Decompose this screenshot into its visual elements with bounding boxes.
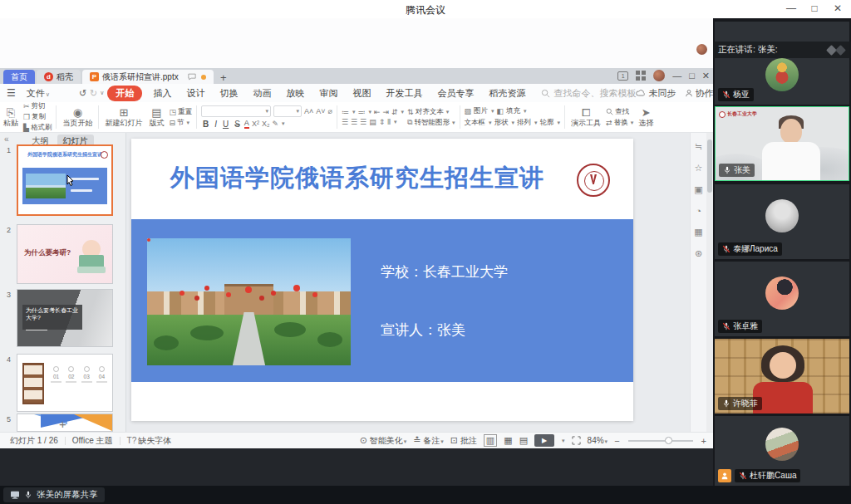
menu-design[interactable]: 设计 [179, 87, 212, 100]
account-avatar[interactable] [653, 70, 665, 81]
reset-button[interactable]: ◳重置 [169, 107, 192, 117]
layout-button[interactable]: ▤版式 [145, 107, 167, 128]
close-icon[interactable]: ✕ [826, 0, 849, 18]
menu-slideshow[interactable]: 放映 [278, 87, 312, 100]
command-search[interactable]: 查找命令、搜索模板 [541, 87, 636, 100]
slide-presenter-line[interactable]: 宣讲人：张美 [381, 321, 465, 340]
maximize-icon[interactable]: □ [803, 0, 826, 18]
wps-restore-icon[interactable]: □ [689, 71, 695, 81]
arrange-button[interactable]: 排列 [517, 118, 531, 128]
menu-review[interactable]: 审阅 [312, 87, 345, 100]
single-window-icon[interactable]: 1 [617, 71, 628, 81]
effects-icon[interactable]: ☆ [695, 163, 703, 174]
notes-button[interactable]: ≛ 备注▾ [413, 435, 444, 447]
replace-button[interactable]: ⇄替换▾ [606, 118, 633, 128]
participant-tile[interactable]: 长春工业大学 张美 [715, 106, 849, 181]
menu-transition[interactable]: 切换 [212, 87, 245, 100]
underline-button[interactable]: U [223, 120, 229, 129]
outdent-icon[interactable]: ⇤ [374, 108, 381, 116]
window-grid-icon[interactable] [636, 71, 646, 81]
present-tools-button[interactable]: ⧠演示工具 [568, 107, 604, 128]
smartart-button[interactable]: ⧉转智能图形▾ [407, 118, 455, 128]
slide-canvas[interactable]: 外国语学院俄语系研究生招生宣讲 [127, 133, 690, 432]
menu-animation[interactable]: 动画 [245, 87, 278, 100]
shapes-button[interactable]: 形状 [494, 118, 509, 128]
reading-view-icon[interactable]: ▤ [519, 435, 528, 446]
play-from-current-button[interactable]: ◉当页开始 [59, 107, 96, 128]
cut-button[interactable]: ✂剪切 [23, 102, 52, 111]
redo-icon[interactable]: ↻ [90, 88, 97, 99]
columns-icon[interactable]: ⫴ [387, 118, 391, 127]
zoom-slider[interactable] [628, 440, 693, 442]
clear-format-icon[interactable]: ⌀ [327, 107, 332, 115]
font-size-combo[interactable]: ▾ [273, 105, 302, 117]
text-effect-icon[interactable]: ✎ [272, 120, 278, 128]
menu-docer-res[interactable]: 稻壳资源 [481, 87, 533, 100]
font-family-combo[interactable]: ▾ [201, 105, 271, 117]
shrink-font-icon[interactable]: A˅ [316, 107, 325, 115]
menu-member[interactable]: 会员专享 [430, 87, 481, 100]
zoom-out-icon[interactable]: − [614, 436, 619, 446]
chevron-down-icon[interactable]: ∨ [100, 90, 104, 96]
tab-docer[interactable]: d 稻壳 [37, 70, 81, 84]
strike-button[interactable]: S [234, 120, 240, 129]
line-spacing-icon[interactable]: ⇕ [379, 118, 386, 126]
copy-button[interactable]: ❐复制 [23, 112, 52, 122]
properties-icon[interactable]: ≒ [695, 141, 702, 152]
participant-tile[interactable]: 张卓雅 [715, 262, 849, 336]
zoom-level[interactable]: 84%▾ [588, 436, 608, 445]
missing-font-label[interactable]: 缺失字体 [138, 435, 171, 447]
vertical-scrollbar[interactable] [706, 133, 713, 432]
slide-school-line[interactable]: 学校：长春工业大学 [381, 262, 508, 281]
participant-tile[interactable]: 杨亚 [715, 22, 849, 105]
grow-font-icon[interactable]: A˄ [304, 107, 313, 115]
slide-blue-box[interactable]: 学校：长春工业大学 宣讲人：张美 [131, 219, 633, 382]
sync-status[interactable]: 未同步 [636, 87, 676, 100]
scrollbar-thumb[interactable] [707, 139, 712, 193]
beautify-button[interactable]: ⊙ 智能美化▾ [360, 435, 407, 447]
minimize-icon[interactable]: — [780, 0, 803, 18]
slide-thumbnail-2[interactable]: 为什么要考研? [17, 224, 113, 284]
fit-window-icon[interactable] [572, 436, 581, 445]
slide-thumbnail-4[interactable]: 01 02 03 04 [17, 354, 113, 412]
undo-icon[interactable]: ↺ [79, 88, 86, 99]
new-tab-button[interactable]: + [220, 71, 227, 84]
menu-insert[interactable]: 插入 [145, 87, 179, 100]
textbox-button[interactable]: 文本框 [465, 118, 486, 128]
zoom-slider-knob[interactable] [665, 437, 672, 444]
format-painter-button[interactable]: ▙格式刷 [23, 123, 52, 133]
text-direction-icon[interactable]: ⇵ [391, 108, 398, 116]
indent-icon[interactable]: ⇥ [382, 108, 389, 116]
outline-button[interactable]: 轮廓 [540, 118, 554, 128]
menu-start[interactable]: 开始 [107, 86, 142, 101]
share-status-pill[interactable]: 张美的屏幕共享 [3, 487, 105, 502]
help-icon[interactable]: ◔ [696, 206, 701, 216]
picture-button[interactable]: 图片 [474, 106, 488, 116]
tab-document[interactable]: P 俄语系研招宣讲.pptx [82, 70, 214, 84]
menu-view[interactable]: 视图 [345, 87, 378, 100]
wps-close-icon[interactable]: ✕ [702, 71, 710, 81]
superscript-button[interactable]: X² [252, 120, 259, 128]
align-left-icon[interactable]: ☰ [342, 118, 348, 126]
settings-gear-icon[interactable]: ⊛ [695, 248, 702, 259]
fill-button[interactable]: 填充 [506, 106, 520, 116]
subscript-button[interactable]: X₂ [262, 120, 270, 128]
theme-label[interactable]: Office 主题 [72, 435, 113, 447]
align-right-icon[interactable]: ☰ [360, 118, 366, 126]
slide-thumbnail-3[interactable]: 为什么要考长春工业大学? [17, 289, 113, 347]
normal-view-icon[interactable]: ▥ [484, 434, 497, 447]
collapse-panel-button[interactable]: « [4, 135, 9, 144]
select-button[interactable]: ➤选择 [635, 107, 657, 128]
sorter-view-icon[interactable]: ▦ [504, 435, 512, 446]
slide-thumbnail-1[interactable]: 外国语学院俄语系研究生招生宣讲 ▶ + [17, 144, 113, 216]
slide-title[interactable]: 外国语学院俄语系研究生招生宣讲 [131, 162, 583, 195]
wps-minimize-icon[interactable]: — [672, 71, 681, 81]
menu-file[interactable]: 文件∨ [19, 87, 57, 100]
italic-button[interactable]: I [214, 120, 217, 129]
justify-icon[interactable]: ▤ [369, 118, 376, 126]
align-center-icon[interactable]: ☰ [351, 118, 357, 126]
bullets-icon[interactable]: ≔ [342, 108, 349, 116]
new-slide-button[interactable]: ⊞新建幻灯片 [101, 107, 145, 128]
find-button[interactable]: 查找 [606, 107, 633, 117]
layout-panel-icon[interactable]: ▣ [694, 184, 702, 195]
